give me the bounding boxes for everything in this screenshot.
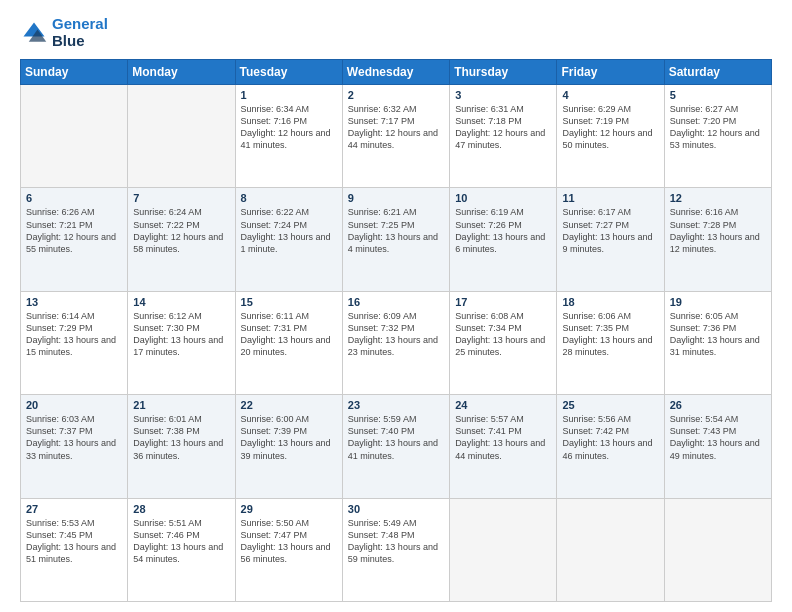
- week-row-4: 20Sunrise: 6:03 AM Sunset: 7:37 PM Dayli…: [21, 395, 772, 498]
- calendar-cell: 23Sunrise: 5:59 AM Sunset: 7:40 PM Dayli…: [342, 395, 449, 498]
- day-info: Sunrise: 5:56 AM Sunset: 7:42 PM Dayligh…: [562, 413, 658, 462]
- weekday-header-sunday: Sunday: [21, 60, 128, 85]
- day-number: 3: [455, 89, 551, 101]
- day-number: 29: [241, 503, 337, 515]
- day-number: 14: [133, 296, 229, 308]
- week-row-5: 27Sunrise: 5:53 AM Sunset: 7:45 PM Dayli…: [21, 498, 772, 601]
- day-info: Sunrise: 6:12 AM Sunset: 7:30 PM Dayligh…: [133, 310, 229, 359]
- calendar-cell: 6Sunrise: 6:26 AM Sunset: 7:21 PM Daylig…: [21, 188, 128, 291]
- calendar-cell: 12Sunrise: 6:16 AM Sunset: 7:28 PM Dayli…: [664, 188, 771, 291]
- day-number: 7: [133, 192, 229, 204]
- calendar-cell: 15Sunrise: 6:11 AM Sunset: 7:31 PM Dayli…: [235, 291, 342, 394]
- day-number: 13: [26, 296, 122, 308]
- calendar-cell: [557, 498, 664, 601]
- day-number: 18: [562, 296, 658, 308]
- day-info: Sunrise: 6:00 AM Sunset: 7:39 PM Dayligh…: [241, 413, 337, 462]
- day-info: Sunrise: 6:21 AM Sunset: 7:25 PM Dayligh…: [348, 206, 444, 255]
- calendar-cell: 3Sunrise: 6:31 AM Sunset: 7:18 PM Daylig…: [450, 85, 557, 188]
- day-number: 9: [348, 192, 444, 204]
- day-number: 30: [348, 503, 444, 515]
- day-number: 2: [348, 89, 444, 101]
- day-number: 5: [670, 89, 766, 101]
- calendar-cell: 30Sunrise: 5:49 AM Sunset: 7:48 PM Dayli…: [342, 498, 449, 601]
- day-info: Sunrise: 6:16 AM Sunset: 7:28 PM Dayligh…: [670, 206, 766, 255]
- calendar-cell: [450, 498, 557, 601]
- day-number: 8: [241, 192, 337, 204]
- calendar-cell: [21, 85, 128, 188]
- day-number: 15: [241, 296, 337, 308]
- weekday-header-saturday: Saturday: [664, 60, 771, 85]
- calendar-cell: 13Sunrise: 6:14 AM Sunset: 7:29 PM Dayli…: [21, 291, 128, 394]
- day-number: 16: [348, 296, 444, 308]
- day-info: Sunrise: 6:05 AM Sunset: 7:36 PM Dayligh…: [670, 310, 766, 359]
- day-number: 25: [562, 399, 658, 411]
- day-info: Sunrise: 6:22 AM Sunset: 7:24 PM Dayligh…: [241, 206, 337, 255]
- calendar-cell: 21Sunrise: 6:01 AM Sunset: 7:38 PM Dayli…: [128, 395, 235, 498]
- calendar-cell: 24Sunrise: 5:57 AM Sunset: 7:41 PM Dayli…: [450, 395, 557, 498]
- day-info: Sunrise: 6:06 AM Sunset: 7:35 PM Dayligh…: [562, 310, 658, 359]
- day-number: 17: [455, 296, 551, 308]
- day-number: 6: [26, 192, 122, 204]
- day-info: Sunrise: 5:51 AM Sunset: 7:46 PM Dayligh…: [133, 517, 229, 566]
- day-number: 11: [562, 192, 658, 204]
- calendar-cell: 25Sunrise: 5:56 AM Sunset: 7:42 PM Dayli…: [557, 395, 664, 498]
- day-number: 21: [133, 399, 229, 411]
- calendar-cell: 4Sunrise: 6:29 AM Sunset: 7:19 PM Daylig…: [557, 85, 664, 188]
- page: General Blue SundayMondayTuesdayWednesda…: [0, 0, 792, 612]
- calendar-cell: 1Sunrise: 6:34 AM Sunset: 7:16 PM Daylig…: [235, 85, 342, 188]
- weekday-header-wednesday: Wednesday: [342, 60, 449, 85]
- calendar-cell: 19Sunrise: 6:05 AM Sunset: 7:36 PM Dayli…: [664, 291, 771, 394]
- calendar-cell: 22Sunrise: 6:00 AM Sunset: 7:39 PM Dayli…: [235, 395, 342, 498]
- calendar-cell: [664, 498, 771, 601]
- day-number: 10: [455, 192, 551, 204]
- day-info: Sunrise: 6:09 AM Sunset: 7:32 PM Dayligh…: [348, 310, 444, 359]
- calendar-cell: 10Sunrise: 6:19 AM Sunset: 7:26 PM Dayli…: [450, 188, 557, 291]
- calendar-cell: 17Sunrise: 6:08 AM Sunset: 7:34 PM Dayli…: [450, 291, 557, 394]
- calendar-cell: 7Sunrise: 6:24 AM Sunset: 7:22 PM Daylig…: [128, 188, 235, 291]
- day-info: Sunrise: 6:01 AM Sunset: 7:38 PM Dayligh…: [133, 413, 229, 462]
- calendar-cell: 8Sunrise: 6:22 AM Sunset: 7:24 PM Daylig…: [235, 188, 342, 291]
- day-info: Sunrise: 6:32 AM Sunset: 7:17 PM Dayligh…: [348, 103, 444, 152]
- calendar-cell: 5Sunrise: 6:27 AM Sunset: 7:20 PM Daylig…: [664, 85, 771, 188]
- weekday-header-row: SundayMondayTuesdayWednesdayThursdayFrid…: [21, 60, 772, 85]
- day-info: Sunrise: 6:11 AM Sunset: 7:31 PM Dayligh…: [241, 310, 337, 359]
- day-info: Sunrise: 5:50 AM Sunset: 7:47 PM Dayligh…: [241, 517, 337, 566]
- day-info: Sunrise: 6:29 AM Sunset: 7:19 PM Dayligh…: [562, 103, 658, 152]
- day-number: 23: [348, 399, 444, 411]
- week-row-1: 1Sunrise: 6:34 AM Sunset: 7:16 PM Daylig…: [21, 85, 772, 188]
- calendar-cell: [128, 85, 235, 188]
- day-info: Sunrise: 5:59 AM Sunset: 7:40 PM Dayligh…: [348, 413, 444, 462]
- calendar-cell: 29Sunrise: 5:50 AM Sunset: 7:47 PM Dayli…: [235, 498, 342, 601]
- weekday-header-thursday: Thursday: [450, 60, 557, 85]
- calendar-cell: 16Sunrise: 6:09 AM Sunset: 7:32 PM Dayli…: [342, 291, 449, 394]
- day-info: Sunrise: 6:08 AM Sunset: 7:34 PM Dayligh…: [455, 310, 551, 359]
- calendar-cell: 14Sunrise: 6:12 AM Sunset: 7:30 PM Dayli…: [128, 291, 235, 394]
- day-info: Sunrise: 6:17 AM Sunset: 7:27 PM Dayligh…: [562, 206, 658, 255]
- calendar-cell: 26Sunrise: 5:54 AM Sunset: 7:43 PM Dayli…: [664, 395, 771, 498]
- day-info: Sunrise: 6:34 AM Sunset: 7:16 PM Dayligh…: [241, 103, 337, 152]
- day-info: Sunrise: 6:24 AM Sunset: 7:22 PM Dayligh…: [133, 206, 229, 255]
- day-info: Sunrise: 5:57 AM Sunset: 7:41 PM Dayligh…: [455, 413, 551, 462]
- calendar-cell: 28Sunrise: 5:51 AM Sunset: 7:46 PM Dayli…: [128, 498, 235, 601]
- calendar-cell: 9Sunrise: 6:21 AM Sunset: 7:25 PM Daylig…: [342, 188, 449, 291]
- day-info: Sunrise: 6:31 AM Sunset: 7:18 PM Dayligh…: [455, 103, 551, 152]
- day-info: Sunrise: 6:27 AM Sunset: 7:20 PM Dayligh…: [670, 103, 766, 152]
- day-number: 24: [455, 399, 551, 411]
- calendar-cell: 27Sunrise: 5:53 AM Sunset: 7:45 PM Dayli…: [21, 498, 128, 601]
- weekday-header-monday: Monday: [128, 60, 235, 85]
- day-number: 19: [670, 296, 766, 308]
- logo-icon: [20, 19, 48, 47]
- week-row-3: 13Sunrise: 6:14 AM Sunset: 7:29 PM Dayli…: [21, 291, 772, 394]
- day-info: Sunrise: 5:49 AM Sunset: 7:48 PM Dayligh…: [348, 517, 444, 566]
- day-info: Sunrise: 5:54 AM Sunset: 7:43 PM Dayligh…: [670, 413, 766, 462]
- day-info: Sunrise: 6:14 AM Sunset: 7:29 PM Dayligh…: [26, 310, 122, 359]
- day-number: 20: [26, 399, 122, 411]
- calendar-cell: 20Sunrise: 6:03 AM Sunset: 7:37 PM Dayli…: [21, 395, 128, 498]
- weekday-header-tuesday: Tuesday: [235, 60, 342, 85]
- header: General Blue: [20, 16, 772, 49]
- day-number: 4: [562, 89, 658, 101]
- calendar-cell: 11Sunrise: 6:17 AM Sunset: 7:27 PM Dayli…: [557, 188, 664, 291]
- week-row-2: 6Sunrise: 6:26 AM Sunset: 7:21 PM Daylig…: [21, 188, 772, 291]
- weekday-header-friday: Friday: [557, 60, 664, 85]
- day-number: 12: [670, 192, 766, 204]
